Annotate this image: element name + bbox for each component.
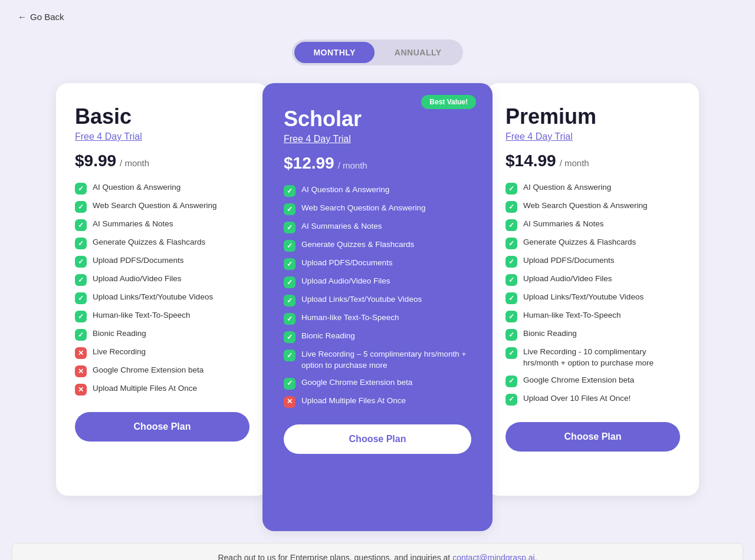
basic-plan-name: Basic [75, 104, 250, 129]
list-item: ✓Upload Audio/Video Files [505, 274, 680, 286]
list-item: ✕Upload Multiple Files At Once [284, 396, 471, 408]
list-item: ✓Upload Audio/Video Files [284, 276, 471, 288]
premium-plan-trial[interactable]: Free 4 Day Trial [505, 131, 573, 142]
go-back-arrow: ← [18, 12, 27, 22]
check-icon: ✓ [505, 238, 517, 249]
monthly-toggle-button[interactable]: MONTHLY [294, 42, 374, 63]
list-item: ✓Upload Links/Text/Youtube Videos [505, 292, 680, 304]
check-icon: ✓ [505, 274, 517, 286]
check-icon: ✓ [284, 295, 296, 307]
check-icon: ✓ [284, 240, 296, 252]
check-icon: ✓ [505, 329, 517, 341]
header: ← Go Back [0, 0, 755, 34]
basic-plan-card: Basic Free 4 Day Trial $9.99 / month ✓AI… [56, 83, 268, 496]
list-item: ✓Generate Quizzes & Flashcards [75, 237, 250, 249]
check-icon: ✓ [284, 222, 296, 233]
billing-toggle-pill: MONTHLY ANNUALLY [292, 39, 462, 65]
best-value-badge: Best Value! [421, 95, 476, 109]
basic-price-amount: $9.99 [75, 151, 116, 170]
check-icon: ✓ [505, 201, 517, 213]
list-item: ✓Bionic Reading [284, 331, 471, 343]
list-item: ✓Upload PDFS/Documents [284, 258, 471, 270]
premium-plan-card: Premium Free 4 Day Trial $14.99 / month … [487, 83, 699, 496]
list-item: ✓AI Summaries & Notes [505, 219, 680, 231]
list-item: ✓Google Chrome Extension beta [284, 377, 471, 390]
list-item: ✓Web Search Question & Answering [505, 200, 680, 213]
list-item: ✓Upload PDFS/Documents [75, 255, 250, 268]
scholar-plan-name: Scholar [284, 107, 471, 131]
check-icon: ✓ [284, 350, 296, 361]
check-icon: ✓ [505, 219, 517, 231]
list-item: ✓Bionic Reading [75, 328, 250, 341]
list-item: ✓Live Recording - 10 complimentary hrs/m… [505, 347, 680, 369]
check-icon: ✓ [284, 258, 296, 270]
check-icon: ✓ [505, 375, 517, 387]
check-icon: ✓ [284, 378, 296, 390]
list-item: ✓Upload PDFS/Documents [505, 255, 680, 268]
premium-price-amount: $14.99 [505, 151, 556, 170]
check-icon: ✓ [75, 274, 87, 286]
list-item: ✓Web Search Question & Answering [75, 200, 250, 213]
premium-choose-plan-button[interactable]: Choose Plan [505, 422, 680, 452]
list-item: ✓AI Question & Answering [75, 182, 250, 195]
check-icon: ✓ [284, 276, 296, 288]
premium-price-period: / month [560, 158, 589, 168]
list-item: ✓Bionic Reading [505, 328, 680, 341]
list-item: ✓Upload Links/Text/Youtube Videos [284, 294, 471, 307]
scholar-features-list: ✓AI Question & Answering ✓Web Search Que… [284, 185, 471, 408]
list-item: ✕Live Recording [75, 347, 250, 359]
basic-choose-plan-button[interactable]: Choose Plan [75, 412, 250, 442]
page-wrapper: ← Go Back MONTHLY ANNUALLY Basic Free 4 … [0, 0, 755, 560]
check-icon: ✓ [284, 203, 296, 215]
footer-contact-link[interactable]: contact@mindgrasp.ai [452, 553, 535, 560]
list-item: ✓AI Question & Answering [284, 185, 471, 197]
annually-toggle-button[interactable]: ANNUALLY [376, 42, 461, 63]
check-icon: ✓ [505, 394, 517, 406]
basic-price-period: / month [120, 158, 149, 168]
check-icon: ✓ [75, 292, 87, 304]
cross-icon: ✕ [284, 396, 296, 408]
scholar-plan-card: Best Value! Scholar Free 4 Day Trial $12… [262, 83, 493, 531]
list-item: ✓Google Chrome Extension beta [505, 375, 680, 387]
scholar-plan-price: $12.99 / month [284, 154, 471, 173]
go-back-label: Go Back [30, 12, 64, 22]
basic-plan-trial[interactable]: Free 4 Day Trial [75, 131, 142, 142]
check-icon: ✓ [75, 256, 87, 268]
list-item: ✓Live Recording – 5 complimentary hrs/mo… [284, 349, 471, 371]
cross-icon: ✕ [75, 384, 87, 396]
scholar-plan-trial[interactable]: Free 4 Day Trial [284, 134, 351, 144]
check-icon: ✓ [75, 329, 87, 341]
list-item: ✓Upload Over 10 Files At Once! [505, 393, 680, 406]
scholar-price-amount: $12.99 [284, 154, 334, 173]
go-back-button[interactable]: ← Go Back [18, 12, 64, 22]
list-item: ✕Upload Multiple Files At Once [75, 383, 250, 396]
basic-features-list: ✓AI Question & Answering ✓Web Search Que… [75, 182, 250, 396]
check-icon: ✓ [284, 185, 296, 197]
list-item: ✓Generate Quizzes & Flashcards [505, 237, 680, 249]
check-icon: ✓ [284, 331, 296, 343]
list-item: ✓Upload Audio/Video Files [75, 274, 250, 286]
list-item: ✓Human-like Text-To-Speech [284, 312, 471, 325]
scholar-choose-plan-button[interactable]: Choose Plan [284, 424, 471, 454]
scholar-price-period: / month [338, 160, 367, 170]
premium-plan-price: $14.99 / month [505, 151, 680, 170]
check-icon: ✓ [284, 313, 296, 325]
check-icon: ✓ [505, 292, 517, 304]
premium-features-list: ✓AI Question & Answering ✓Web Search Que… [505, 182, 680, 406]
check-icon: ✓ [75, 311, 87, 322]
cross-icon: ✕ [75, 347, 87, 359]
premium-plan-name: Premium [505, 104, 680, 129]
basic-plan-price: $9.99 / month [75, 151, 250, 170]
list-item: ✓Generate Quizzes & Flashcards [284, 239, 471, 252]
check-icon: ✓ [505, 256, 517, 268]
check-icon: ✓ [75, 219, 87, 231]
check-icon: ✓ [75, 183, 87, 195]
list-item: ✓Upload Links/Text/Youtube Videos [75, 292, 250, 304]
check-icon: ✓ [75, 238, 87, 249]
list-item: ✓Human-like Text-To-Speech [505, 310, 680, 322]
list-item: ✓AI Summaries & Notes [75, 219, 250, 231]
list-item: ✓Human-like Text-To-Speech [75, 310, 250, 322]
footer-bar: Reach out to us for Enterprise plans, qu… [12, 543, 743, 560]
check-icon: ✓ [505, 347, 517, 359]
list-item: ✕Google Chrome Extension beta [75, 365, 250, 377]
